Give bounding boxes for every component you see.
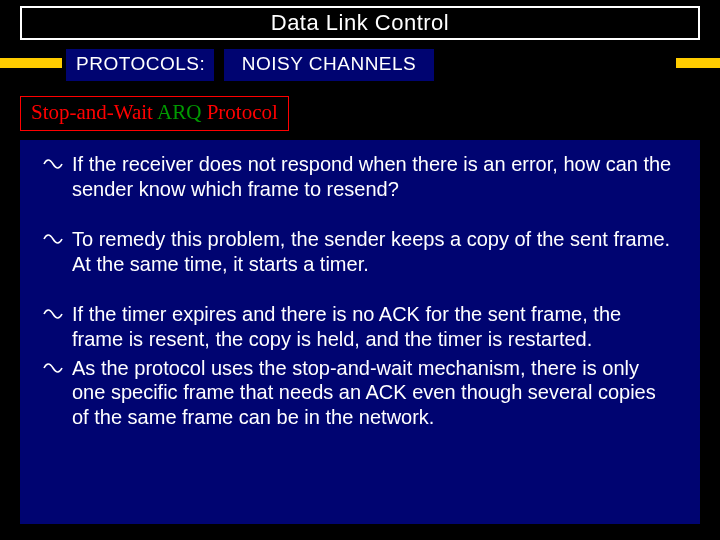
body-panel: If the receiver does not respond when th… [20, 140, 700, 524]
flourish-icon [42, 156, 64, 172]
flourish-icon [42, 360, 64, 376]
list-item: If the timer expires and there is no ACK… [42, 302, 672, 351]
list-item: As the protocol uses the stop-and-wait m… [42, 356, 672, 430]
subtitle-part2: ARQ [153, 100, 201, 124]
accent-bar-left [0, 58, 62, 68]
subtitle-part1: Stop-and-Wait [31, 100, 153, 124]
list-item: To remedy this problem, the sender keeps… [42, 227, 672, 276]
chip-noisy-label: NOISY CHANNELS [242, 53, 417, 74]
bullet-text: To remedy this problem, the sender keeps… [72, 228, 670, 275]
slide: Data Link Control PROTOCOLS: NOISY CHANN… [0, 0, 720, 540]
subtitle-box: Stop-and-Wait ARQ Protocol [20, 96, 289, 131]
accent-bar-right [676, 58, 720, 68]
flourish-icon [42, 231, 64, 247]
flourish-icon [42, 306, 64, 322]
list-item: If the receiver does not respond when th… [42, 152, 672, 201]
bullet-text: As the protocol uses the stop-and-wait m… [72, 357, 656, 428]
bullet-list: If the receiver does not respond when th… [42, 152, 672, 429]
subtitle-part3: Protocol [201, 100, 277, 124]
chip-protocols-label: PROTOCOLS: [76, 53, 205, 74]
title-bar: Data Link Control [20, 6, 700, 40]
chip-noisy: NOISY CHANNELS [224, 49, 434, 81]
bullet-text: If the receiver does not respond when th… [72, 153, 671, 200]
chip-protocols: PROTOCOLS: [66, 49, 214, 81]
slide-title: Data Link Control [271, 10, 449, 36]
bullet-text: If the timer expires and there is no ACK… [72, 303, 621, 350]
